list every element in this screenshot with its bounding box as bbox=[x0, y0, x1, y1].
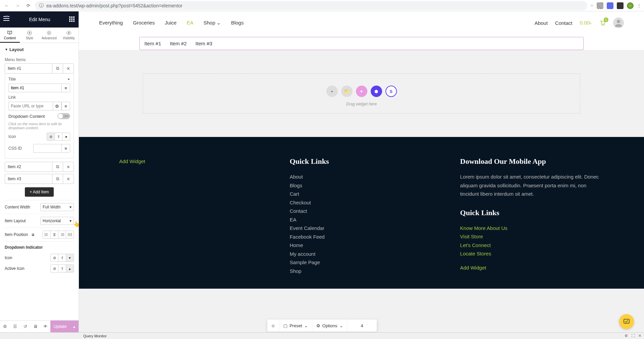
help-fab[interactable] bbox=[619, 314, 634, 329]
icon-dropdown-button[interactable]: ▾ bbox=[66, 254, 74, 262]
icon-dropdown-button[interactable]: ▴ bbox=[66, 264, 74, 273]
footer-link[interactable]: Let's Connect bbox=[460, 241, 604, 250]
menu-item-row-3[interactable]: Item #3 ⧉ ✕ bbox=[5, 174, 74, 184]
align-justify-button[interactable] bbox=[66, 231, 74, 239]
envato-button[interactable]: ⬢ bbox=[371, 86, 382, 97]
menu-preview-item[interactable]: Item #3 bbox=[195, 41, 212, 46]
browser-back-button[interactable]: ← bbox=[3, 2, 11, 10]
nav-link-dropdown[interactable]: Shop ⌄ bbox=[203, 20, 221, 26]
icon-none-button[interactable]: ⊘ bbox=[47, 133, 55, 141]
preview-icon[interactable]: 👁 bbox=[40, 321, 50, 332]
nav-link[interactable]: About bbox=[535, 20, 548, 26]
footer-link[interactable]: Contact bbox=[290, 207, 433, 215]
item-layout-select[interactable]: Horizontal ▾ bbox=[40, 217, 74, 225]
history-icon[interactable]: ↺ bbox=[20, 321, 30, 332]
footer-link[interactable]: Home bbox=[290, 241, 433, 250]
menu-preview-item[interactable]: Item #1 bbox=[144, 41, 161, 46]
options-button[interactable]: ⚙ Options ⌄ bbox=[312, 320, 347, 332]
close-icon[interactable]: ✕ bbox=[63, 64, 74, 73]
browser-forward-button[interactable]: → bbox=[13, 2, 21, 10]
duplicate-icon[interactable]: ⧉ bbox=[52, 64, 63, 73]
navigator-icon[interactable]: ☰ bbox=[10, 321, 20, 332]
link-options-icon[interactable]: ⚙ bbox=[53, 102, 61, 110]
menu-widget-preview[interactable]: Item #1 Item #2 Item #3 bbox=[139, 37, 584, 50]
dynamic-tags-icon[interactable]: ≡ bbox=[61, 102, 70, 110]
ext-icon-3[interactable] bbox=[617, 2, 624, 9]
responsive-icon[interactable]: 🖥 bbox=[31, 233, 35, 237]
tab-advanced[interactable]: Advanced bbox=[39, 28, 59, 43]
icon-none-button[interactable]: ⊘ bbox=[50, 254, 58, 262]
footer-link[interactable]: About bbox=[290, 173, 433, 181]
icon-upload-button[interactable]: ⇪ bbox=[54, 133, 62, 141]
add-template-button[interactable]: 📁 bbox=[341, 86, 353, 97]
cart-icon[interactable]: 0 bbox=[599, 19, 606, 26]
dynamic-tags-icon[interactable]: ≡ bbox=[61, 84, 70, 92]
align-left-button[interactable] bbox=[43, 231, 51, 239]
menu-preview-item[interactable]: Item #2 bbox=[170, 41, 187, 46]
close-icon[interactable]: ✕ bbox=[63, 162, 74, 172]
link-input[interactable] bbox=[8, 102, 53, 110]
starter-templates-button[interactable]: S bbox=[385, 86, 397, 97]
align-right-button[interactable] bbox=[58, 231, 66, 239]
nav-link[interactable]: Contact bbox=[555, 20, 572, 26]
browser-menu-icon[interactable]: ⋮ bbox=[637, 3, 641, 8]
nav-link[interactable]: Groceries bbox=[133, 20, 155, 26]
close-toolbar-button[interactable]: ⊗ bbox=[267, 320, 279, 332]
footer-link[interactable]: Locate Stores bbox=[460, 249, 604, 258]
page-number[interactable]: 4 bbox=[347, 320, 377, 332]
site-info-icon[interactable]: ⓘ bbox=[39, 3, 44, 9]
ai-icon[interactable]: ✦ bbox=[67, 77, 70, 82]
footer-link[interactable]: EA bbox=[290, 215, 433, 224]
add-widget-link[interactable]: Add Widget bbox=[460, 263, 604, 272]
tab-content[interactable]: Content bbox=[0, 28, 20, 43]
footer-link[interactable]: My account bbox=[290, 250, 433, 258]
add-item-button[interactable]: + Add Item bbox=[25, 187, 54, 197]
icon-none-button[interactable]: ⊘ bbox=[50, 264, 58, 273]
responsive-icon[interactable]: 🖥 bbox=[30, 321, 40, 332]
footer-link[interactable]: Visit Store bbox=[460, 232, 604, 241]
add-section-button[interactable]: + bbox=[326, 86, 338, 97]
nav-link[interactable]: Juice bbox=[165, 20, 177, 26]
hamburger-menu-icon[interactable] bbox=[3, 16, 10, 23]
duplicate-icon[interactable]: ⧉ bbox=[52, 162, 63, 172]
preset-button[interactable]: ▢ Preset ⌄ bbox=[279, 320, 312, 332]
nav-link[interactable]: Everything bbox=[99, 20, 123, 26]
footer-link[interactable]: Blogs bbox=[290, 181, 433, 190]
menu-item-row-2[interactable]: Item #2 ⧉ ✕ bbox=[5, 162, 74, 172]
close-icon[interactable]: ✕ bbox=[63, 174, 74, 184]
widget-dropzone[interactable]: + 📁 ✦ ⬢ S Drag widget here bbox=[143, 74, 580, 113]
bookmark-star-icon[interactable]: ☆ bbox=[590, 3, 594, 8]
section-layout[interactable]: ▼ Layout bbox=[5, 43, 74, 55]
nav-link[interactable]: EA bbox=[187, 20, 193, 26]
ext-icon-4[interactable] bbox=[627, 2, 634, 9]
duplicate-icon[interactable]: ⧉ bbox=[52, 174, 63, 184]
dynamic-tags-icon[interactable]: ≡ bbox=[61, 144, 70, 153]
ext-icon-2[interactable] bbox=[607, 2, 613, 9]
icon-upload-button[interactable]: ⇪ bbox=[58, 264, 66, 273]
align-center-button[interactable] bbox=[50, 231, 58, 239]
nav-link[interactable]: Blogs bbox=[231, 20, 244, 26]
title-input[interactable] bbox=[8, 84, 61, 92]
footer-link[interactable]: Event Calendar bbox=[290, 224, 433, 233]
footer-link[interactable]: Know More About Us bbox=[460, 224, 604, 233]
add-widget-link[interactable]: Add Widget bbox=[119, 157, 263, 166]
settings-icon[interactable]: ⚙ bbox=[0, 321, 10, 332]
ext-icon-1[interactable] bbox=[597, 2, 603, 9]
footer-link[interactable]: Checkout bbox=[290, 198, 433, 207]
menu-item-row-1[interactable]: Item #1 ⧉ ✕ bbox=[5, 63, 74, 74]
user-avatar[interactable] bbox=[613, 17, 624, 28]
address-bar[interactable]: ⓘ ea-addons.test/wp-admin/post.php?post=… bbox=[35, 1, 587, 10]
dropdown-content-switch[interactable]: OFF bbox=[57, 113, 70, 119]
footer-link[interactable]: Sample Page bbox=[290, 258, 433, 267]
update-button[interactable]: Update ▴ bbox=[50, 321, 79, 332]
footer-link[interactable]: Shop bbox=[290, 267, 433, 276]
ea-templates-button[interactable]: ✦ bbox=[356, 86, 367, 97]
cssid-input[interactable] bbox=[33, 144, 61, 153]
browser-reload-button[interactable]: ⟳ bbox=[24, 2, 32, 10]
tab-visibility[interactable]: Visibility bbox=[59, 28, 79, 43]
icon-upload-button[interactable]: ⇪ bbox=[58, 254, 66, 262]
widgets-grid-icon[interactable] bbox=[69, 16, 75, 22]
footer-link[interactable]: Facebook Feed bbox=[290, 233, 433, 241]
content-width-select[interactable]: Full Width ▾ bbox=[40, 203, 74, 211]
tab-style[interactable]: Style bbox=[20, 28, 40, 43]
